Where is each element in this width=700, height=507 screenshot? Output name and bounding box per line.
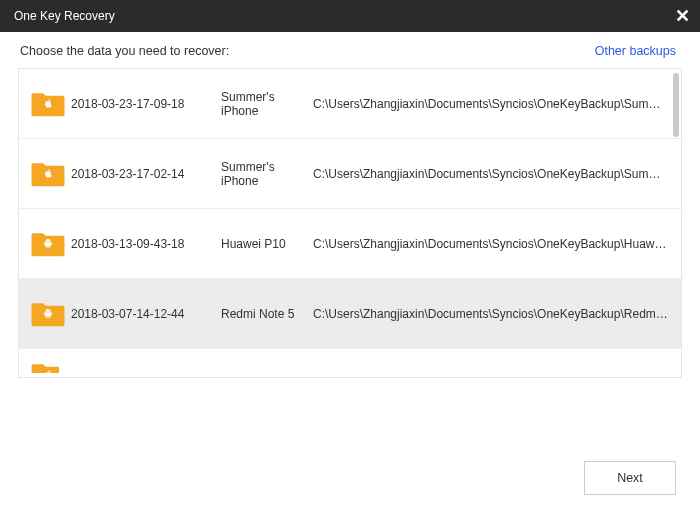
apple-folder-icon [31,160,71,188]
backup-timestamp: 2018-03-07-14-12-44 [71,307,221,321]
backup-device: Redmi Note 5 [221,307,313,321]
folder-icon [31,361,59,373]
header-row: Choose the data you need to recover: Oth… [0,32,700,68]
backup-path: C:\Users\Zhangjiaxin\Documents\Syncios\O… [313,167,669,181]
backup-timestamp: 2018-03-23-17-02-14 [71,167,221,181]
titlebar: One Key Recovery ✕ [0,0,700,32]
next-button[interactable]: Next [584,461,676,495]
backup-timestamp: 2018-03-13-09-43-18 [71,237,221,251]
apple-folder-icon [31,90,71,118]
table-row[interactable]: 2018-03-23-17-09-18Summer's iPhoneC:\Use… [19,69,681,139]
table-row[interactable] [19,349,681,373]
window-title: One Key Recovery [14,9,115,23]
table-row[interactable]: 2018-03-23-17-02-14Summer's iPhoneC:\Use… [19,139,681,209]
backup-timestamp: 2018-03-23-17-09-18 [71,97,221,111]
backup-device: Huawei P10 [221,237,313,251]
backup-device: Summer's iPhone [221,90,313,118]
android-folder-icon [31,300,71,328]
backup-path: C:\Users\Zhangjiaxin\Documents\Syncios\O… [313,97,669,111]
android-folder-icon [31,230,71,258]
footer: Next [584,461,676,495]
other-backups-link[interactable]: Other backups [595,44,676,58]
table-row[interactable]: 2018-03-13-09-43-18Huawei P10C:\Users\Zh… [19,209,681,279]
backup-device: Summer's iPhone [221,160,313,188]
close-icon[interactable]: ✕ [675,7,690,25]
backup-path: C:\Users\Zhangjiaxin\Documents\Syncios\O… [313,237,669,251]
table-row[interactable]: 2018-03-07-14-12-44Redmi Note 5C:\Users\… [19,279,681,349]
prompt-text: Choose the data you need to recover: [20,44,229,58]
backup-path: C:\Users\Zhangjiaxin\Documents\Syncios\O… [313,307,669,321]
backup-list: 2018-03-23-17-09-18Summer's iPhoneC:\Use… [18,68,682,378]
scrollbar[interactable] [673,73,679,137]
